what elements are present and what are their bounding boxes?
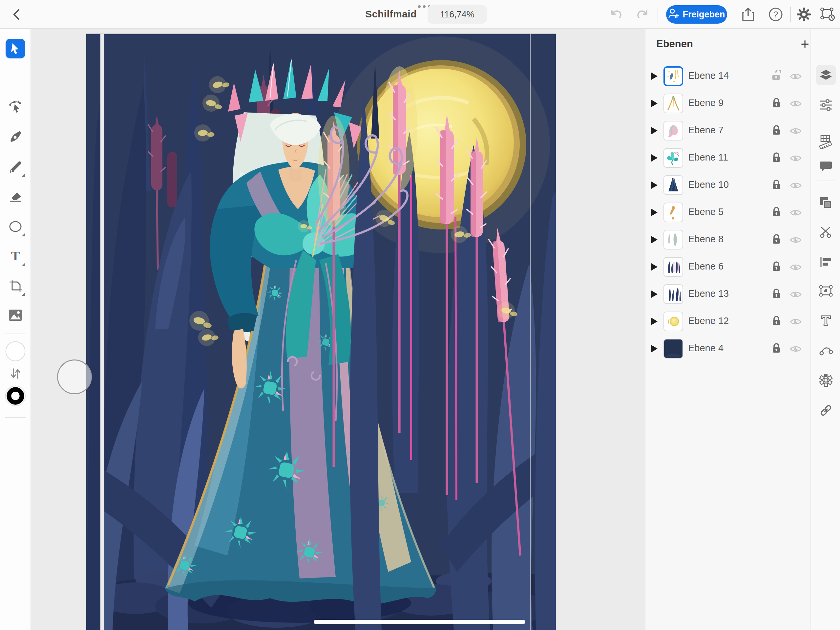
- layer-row[interactable]: Ebene 13: [646, 280, 810, 308]
- layer-thumbnail[interactable]: [663, 148, 683, 168]
- eye-icon[interactable]: [790, 345, 802, 353]
- shape-ellipse-tool[interactable]: [5, 216, 26, 237]
- adjustments-rail-icon[interactable]: [818, 97, 834, 113]
- layer-thumbnail[interactable]: [663, 66, 683, 86]
- swap-colors-icon[interactable]: [5, 363, 26, 384]
- layer-row[interactable]: Ebene 6: [646, 253, 810, 280]
- eye-icon[interactable]: [790, 127, 802, 135]
- layer-row[interactable]: Ebene 7: [646, 117, 810, 144]
- layer-row[interactable]: Ebene 8: [646, 226, 810, 253]
- disclosure-triangle-icon[interactable]: [651, 73, 658, 80]
- eye-icon[interactable]: [790, 100, 802, 108]
- lock-icon[interactable]: [771, 315, 783, 327]
- task-rail: [810, 29, 840, 630]
- pencil-tool[interactable]: [5, 157, 26, 177]
- layer-row[interactable]: Ebene 4: [646, 335, 810, 362]
- disclosure-triangle-icon[interactable]: [651, 154, 658, 161]
- disclosure-triangle-icon[interactable]: [651, 182, 658, 189]
- layer-thumbnail[interactable]: [663, 339, 683, 358]
- lock-icon[interactable]: [771, 206, 783, 218]
- pen-tool[interactable]: [5, 127, 26, 147]
- disclosure-triangle-icon[interactable]: [651, 291, 658, 298]
- scissors-rail-icon[interactable]: [818, 225, 834, 240]
- version-history-icon[interactable]: [819, 6, 835, 22]
- disclosure-triangle-icon[interactable]: [651, 236, 658, 243]
- layer-row[interactable]: Ebene 9: [646, 90, 810, 117]
- layer-row[interactable]: Ebene 11: [646, 144, 810, 171]
- touch-shortcut-control[interactable]: [57, 359, 92, 394]
- layer-thumbnail[interactable]: [663, 312, 683, 331]
- layer-row[interactable]: Ebene 5: [646, 199, 810, 226]
- select-tool[interactable]: [6, 39, 25, 59]
- direct-select-tool[interactable]: [5, 96, 26, 117]
- lock-icon[interactable]: [771, 343, 783, 355]
- document-canvas[interactable]: [31, 29, 645, 630]
- disclosure-triangle-icon[interactable]: [651, 345, 658, 352]
- path-edit-rail-icon[interactable]: [818, 342, 834, 358]
- redo-icon[interactable]: [635, 6, 651, 22]
- document-title[interactable]: Schilfmaid: [322, 8, 417, 20]
- comment-rail-icon[interactable]: [818, 159, 834, 175]
- combine-shapes-rail-icon[interactable]: [818, 195, 834, 211]
- lock-icon[interactable]: [771, 152, 783, 164]
- disclosure-triangle-icon[interactable]: [651, 127, 658, 134]
- layers-rail-icon[interactable]: [816, 65, 836, 85]
- precision-rulers-rail-icon[interactable]: [818, 134, 834, 150]
- lock-icon[interactable]: [771, 70, 783, 82]
- eye-icon[interactable]: [790, 73, 802, 81]
- transform-rail-icon[interactable]: [818, 283, 834, 299]
- layer-name-label: Ebene 6: [688, 261, 723, 272]
- layer-thumbnail[interactable]: [663, 230, 683, 250]
- zoom-level-chip[interactable]: 116,74%: [428, 5, 487, 24]
- eye-icon[interactable]: [790, 291, 802, 298]
- share-button[interactable]: Freigeben: [666, 5, 727, 24]
- layer-row[interactable]: Ebene 10: [646, 171, 810, 199]
- fill-color-well[interactable]: [5, 341, 26, 362]
- svg-text:?: ?: [774, 9, 778, 19]
- layer-thumbnail[interactable]: [663, 257, 683, 277]
- eye-icon[interactable]: [790, 182, 802, 190]
- artboard-tool[interactable]: [5, 275, 26, 296]
- export-share-icon[interactable]: [740, 6, 756, 22]
- disclosure-triangle-icon[interactable]: [651, 318, 658, 325]
- layers-panel: Ebenen + Ebene 14 Ebene 9 Ebene 7 Ebene …: [645, 29, 810, 630]
- lock-icon[interactable]: [771, 261, 783, 273]
- layer-thumbnail[interactable]: [663, 121, 683, 141]
- back-button[interactable]: [10, 7, 24, 22]
- eye-icon[interactable]: [790, 209, 802, 217]
- lock-icon[interactable]: [771, 98, 783, 109]
- disclosure-triangle-icon[interactable]: [651, 263, 658, 271]
- eye-icon[interactable]: [790, 154, 802, 162]
- eye-icon[interactable]: [790, 318, 802, 326]
- layer-row[interactable]: Ebene 14: [646, 62, 810, 90]
- layers-list: Ebene 14 Ebene 9 Ebene 7 Ebene 11 Ebene …: [646, 62, 810, 362]
- align-rail-icon[interactable]: [818, 254, 834, 270]
- disclosure-triangle-icon[interactable]: [651, 100, 658, 107]
- layer-thumbnail[interactable]: [663, 284, 683, 304]
- link-rail-icon[interactable]: [818, 402, 834, 418]
- home-indicator-bar[interactable]: [314, 620, 525, 624]
- artwork-illustration[interactable]: [86, 33, 556, 630]
- place-image-tool[interactable]: [5, 305, 26, 326]
- layer-thumbnail[interactable]: [663, 175, 683, 195]
- help-icon[interactable]: ?: [768, 6, 783, 22]
- lock-icon[interactable]: [771, 179, 783, 191]
- settings-gear-icon[interactable]: [796, 6, 812, 22]
- lock-icon[interactable]: [771, 234, 783, 245]
- lock-icon[interactable]: [771, 125, 783, 136]
- repeat-rail-icon[interactable]: [818, 372, 834, 388]
- undo-icon[interactable]: [608, 6, 624, 22]
- lock-icon[interactable]: [771, 288, 783, 300]
- layer-thumbnail[interactable]: [663, 93, 683, 113]
- eraser-tool[interactable]: [5, 186, 26, 207]
- type-settings-rail-icon[interactable]: [818, 313, 834, 328]
- topbar-divider: [790, 6, 791, 22]
- eye-icon[interactable]: [790, 263, 802, 271]
- type-tool[interactable]: T: [5, 246, 26, 267]
- eye-icon[interactable]: [790, 236, 802, 244]
- tool-bar: T: [0, 29, 31, 630]
- disclosure-triangle-icon[interactable]: [651, 209, 658, 216]
- layer-thumbnail[interactable]: [663, 203, 683, 222]
- layer-row[interactable]: Ebene 12: [646, 308, 810, 335]
- stroke-color-well[interactable]: [5, 385, 26, 407]
